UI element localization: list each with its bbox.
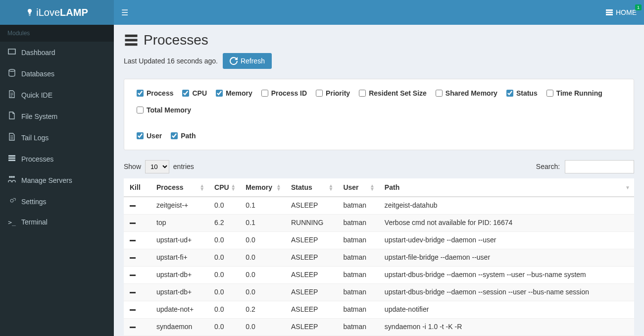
filter-checkbox[interactable] [137,132,144,139]
filter-checkbox[interactable] [182,90,189,97]
home-link[interactable]: HOME 1 [605,8,637,16]
search-label: Search: [536,163,560,170]
filter-checkbox[interactable] [316,90,323,97]
filter-checkbox[interactable] [261,90,268,97]
filter-time-running[interactable]: Time Running [546,89,602,97]
filter-checkbox[interactable] [137,107,144,113]
sidebar-item-quick-ide[interactable]: Quick IDE [0,84,114,106]
cell-memory: 0.0 [240,232,285,249]
cell-user: batman [337,215,378,232]
search-box: Search: [536,160,634,173]
sidebar-item-label: Manage Servers [21,176,72,184]
cell-path: upstart-udev-bridge --daemon --user [379,232,634,249]
cell-process: upstart-db+ [150,267,208,284]
sidebar-item-databases[interactable]: Databases [0,63,114,84]
brand-prefix: iLove [36,7,60,18]
sidebar-item-tail-logs[interactable]: Tail Logs [0,127,114,148]
filter-process-id[interactable]: Process ID [261,89,307,97]
cell-status: ASLEEP [285,197,337,215]
cell-status: ASLEEP [285,284,337,301]
filter-total-memory[interactable]: Total Memory [137,106,191,114]
sidebar-item-manage-servers[interactable]: Manage Servers [0,169,114,191]
column-label: Status [291,183,312,191]
column-header-cpu[interactable]: CPU▲▼ [208,178,240,197]
sidebar-item-label: Settings [21,198,47,206]
kill-button[interactable] [130,236,136,244]
sidebar-item-label: Terminal [21,218,48,226]
column-label: Process [156,183,183,191]
cell-process: syndaemon [150,319,208,336]
table-row: update-not+0.00.2ASLEEPbatmanupdate-noti… [124,301,634,319]
svg-rect-5 [8,155,15,157]
svg-point-10 [11,176,13,178]
kill-button[interactable] [130,323,136,331]
filter-label: Path [181,132,196,140]
topbar: iLoveLAMP ☰ HOME 1 [0,0,644,25]
sidebar-item-settings[interactable]: Settings [0,191,114,212]
refresh-button[interactable]: Refresh [223,53,272,69]
column-header-memory[interactable]: Memory▲▼ [240,178,285,197]
kill-button[interactable] [130,219,136,227]
table-row: upstart-ud+0.00.0ASLEEPbatmanupstart-ude… [124,232,634,249]
filter-shared-memory[interactable]: Shared Memory [436,89,497,97]
filter-checkbox[interactable] [436,90,443,97]
filter-cpu[interactable]: CPU [182,89,207,97]
svg-point-8 [9,176,11,178]
sidebar-item-processes[interactable]: Processes [0,148,114,169]
filter-priority[interactable]: Priority [316,89,350,97]
sidebar-item-dashboard[interactable]: Dashboard [0,42,114,63]
last-updated-text: Last Updated 16 seconds ago. [124,57,218,65]
table-row: upstart-fi+0.00.0ASLEEPbatmanupstart-fil… [124,249,634,267]
filter-checkbox[interactable] [216,90,223,97]
filter-resident-set-size[interactable]: Resident Set Size [359,89,427,97]
page-header: Processes [124,32,634,48]
filter-checkbox[interactable] [506,90,513,97]
filter-checkbox[interactable] [546,90,553,97]
kill-button[interactable] [130,288,136,296]
filter-label: Total Memory [147,106,191,114]
column-header-process[interactable]: Process▲▼ [150,178,208,197]
column-label: Path [385,183,399,191]
kill-button[interactable] [130,201,136,210]
filter-label: Shared Memory [446,89,497,97]
filter-path[interactable]: Path [171,132,196,140]
filter-checkbox[interactable] [137,90,144,97]
filter-label: User [147,132,162,140]
table-row: upstart-db+0.00.0ASLEEPbatmanupstart-dbu… [124,267,634,284]
sidebar-item-label: Processes [21,155,53,163]
cell-path: Verbose cmd not available for PID: 16674 [379,215,634,232]
sidebar-item-label: Databases [21,70,54,78]
cell-cpu: 6.2 [208,215,240,232]
search-input[interactable] [565,160,634,173]
cell-path: zeitgeist-datahub [379,197,634,215]
column-header-status[interactable]: Status▲▼ [285,178,337,197]
show-entries: Show 10 entries [124,160,194,173]
filter-checkbox[interactable] [171,132,178,139]
cell-process: update-not+ [150,301,208,319]
sidebar-item-label: File System [21,112,57,120]
kill-button[interactable] [130,253,136,262]
brand-suffix: LAMP [60,7,88,18]
brand-logo[interactable]: iLoveLAMP [0,0,114,25]
column-header-path[interactable]: Path▼ [379,178,634,197]
filter-label: Process ID [271,89,307,97]
main-content: Processes Last Updated 16 seconds ago. R… [114,25,644,336]
hamburger-icon[interactable]: ☰ [121,8,128,17]
filter-process[interactable]: Process [137,89,173,97]
column-header-kill[interactable]: Kill [124,178,150,197]
filter-checkbox[interactable] [359,90,366,97]
sidebar-item-terminal[interactable]: >_Terminal [0,212,114,232]
filter-user[interactable]: User [137,132,162,140]
kill-button[interactable] [130,271,136,279]
column-header-user[interactable]: User▲▼ [337,178,378,197]
filter-memory[interactable]: Memory [216,89,252,97]
kill-button[interactable] [130,305,136,314]
server-icon [605,8,613,16]
svg-rect-3 [8,49,15,54]
cell-cpu: 0.0 [208,232,240,249]
page-size-select[interactable]: 10 [145,160,169,173]
filter-status[interactable]: Status [506,89,538,97]
sidebar-item-file-system[interactable]: File System [0,106,114,127]
svg-rect-1 [606,12,613,13]
sidebar-icon [7,69,16,78]
